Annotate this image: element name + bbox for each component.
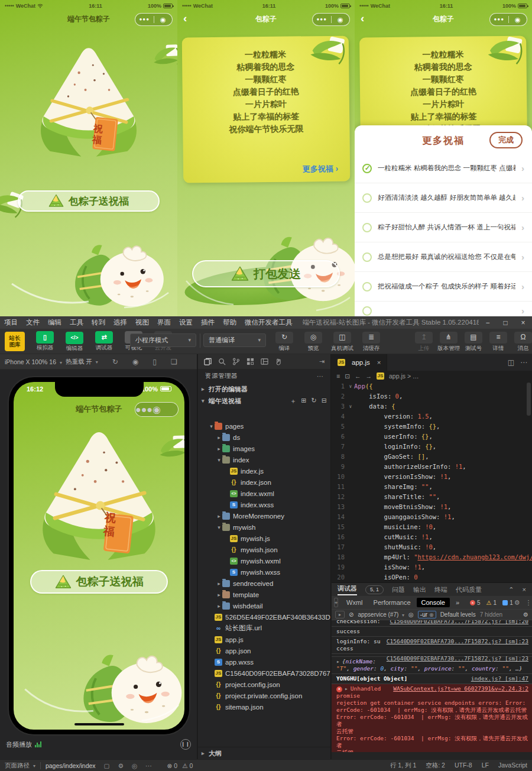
collapse-sidebar-icon[interactable]: ⇥ xyxy=(319,358,325,365)
hand-tool-icon[interactable] xyxy=(275,358,283,365)
blessing-item[interactable]: › xyxy=(355,302,532,316)
code-line[interactable]: 2 isIos: 0, xyxy=(332,391,532,401)
tree-item[interactable]: Smywish.wxss xyxy=(198,566,330,578)
tree-item[interactable]: {}project.config.json xyxy=(198,679,330,690)
multi-window-icon[interactable]: ❏ xyxy=(171,358,177,366)
unchecked-circle-icon[interactable] xyxy=(362,306,372,316)
close-button[interactable]: × xyxy=(514,319,532,327)
code-line[interactable]: 5 systemInfo: {}, xyxy=(332,422,532,432)
code-line[interactable]: 19 isShow: !1, xyxy=(332,562,532,572)
fold-icon[interactable]: ∨ xyxy=(347,401,354,412)
info-count-icon[interactable] xyxy=(502,600,508,605)
layout-icon[interactable] xyxy=(261,358,268,365)
devtools-tab-Wxml[interactable]: Wxml xyxy=(342,598,368,607)
watch-icon[interactable]: ◎ xyxy=(132,762,137,769)
menu-文件[interactable]: 文件 xyxy=(22,318,44,327)
tree-item[interactable]: Sindex.wxss xyxy=(198,499,330,510)
project-section[interactable]: ▾ 端午送祝福 ＋ ⊞ ↻ ⊟ xyxy=(198,395,330,407)
wechat-capsule[interactable]: ●●●◉ xyxy=(135,402,179,417)
wrap-zongzi-button[interactable]: 包粽子送祝福 xyxy=(18,190,160,212)
tree-item[interactable]: ▸sendreceived xyxy=(198,578,330,589)
code-line[interactable]: 10 versionIsShow: !1, xyxy=(332,472,532,482)
tree-item[interactable]: ▸MoreMoremoney xyxy=(198,510,330,521)
search-icon[interactable] xyxy=(218,358,226,365)
code-line[interactable]: 17 shutMusic: !0, xyxy=(332,542,532,552)
menu-帮助[interactable]: 帮助 xyxy=(219,318,241,327)
status-item[interactable]: 空格: 2 xyxy=(426,762,445,770)
debugger-tab-终端[interactable]: 终端 xyxy=(434,585,447,594)
toolbar-调试器[interactable]: ⇄调试器 xyxy=(90,331,118,352)
editor-scrollbar[interactable] xyxy=(527,383,531,416)
blessing-item[interactable]: 一粒粒糯米 粘稠着我的思念 一颗颗红枣 点缀着...› xyxy=(355,154,532,183)
files-icon[interactable] xyxy=(204,358,212,365)
tree-item[interactable]: JSindex.js xyxy=(198,465,330,477)
split-editor-icon[interactable]: ◫ xyxy=(508,358,514,367)
unchecked-circle-icon[interactable] xyxy=(362,282,372,291)
refresh-explorer-icon[interactable]: ↻ xyxy=(312,397,317,406)
tree-item[interactable]: ▾pages xyxy=(198,420,330,432)
maximize-button[interactable]: □ xyxy=(497,319,514,327)
tree-item[interactable]: {}app.json xyxy=(198,645,330,656)
clear-filter-icon[interactable]: ⊗ xyxy=(429,612,434,618)
menu-微信开发者工具[interactable]: 微信开发者工具 xyxy=(241,318,297,327)
tree-item[interactable]: ∞站长图库.url xyxy=(198,623,330,634)
console-entry[interactable]: success xyxy=(332,627,532,637)
more-blessings-link[interactable]: 更多祝福 › xyxy=(303,164,338,175)
panel-collapse-icon[interactable]: ⌃ xyxy=(508,586,514,594)
compile-select[interactable]: 普通编译▾ xyxy=(203,333,266,347)
toolbar-详情[interactable]: ≡详情 xyxy=(485,331,512,352)
collapse-folders-icon[interactable]: ⊟ xyxy=(322,397,327,406)
devtools-tab-Console[interactable]: Console xyxy=(417,598,450,607)
toolbar-消息[interactable]: Ω消息 xyxy=(510,331,532,352)
nav-forward-icon[interactable]: → xyxy=(365,372,372,380)
warning-counter[interactable]: ⚠ 0 xyxy=(182,762,193,769)
inspect-icon[interactable]: ⌖ xyxy=(334,598,338,607)
console-entry[interactable]: WASubContext.js?t=we_66027391&v=2.24.3:2… xyxy=(332,684,532,752)
code-line[interactable]: 3∨ data: { xyxy=(332,401,532,412)
more-menu-icon[interactable]: ●●● xyxy=(490,14,508,25)
close-tab-icon[interactable]: × xyxy=(377,359,381,366)
menu-选择[interactable]: 选择 xyxy=(109,318,131,327)
tree-item[interactable]: ▸ds xyxy=(198,432,330,443)
menu-插件[interactable]: 插件 xyxy=(197,318,219,327)
tree-item[interactable]: JSapp.js xyxy=(198,634,330,645)
code-line[interactable]: 6 userInfo: {}, xyxy=(332,432,532,442)
code-line[interactable]: 8 gGaoSet: [], xyxy=(332,452,532,462)
menu-项目[interactable]: 项目 xyxy=(0,318,22,327)
close-minibar-icon[interactable]: ◉ xyxy=(332,14,350,25)
toolbar-编辑器[interactable]: </>编辑器 xyxy=(60,331,89,352)
miniprogram-screen[interactable]: 16:12 100% 端午节包粽子 ●●●◉ 祝福 xyxy=(14,382,184,730)
code-line[interactable]: 15 musicLine: !0, xyxy=(332,522,532,532)
code-line[interactable]: 7 loginInfo: {}, xyxy=(332,442,532,452)
source-link[interactable]: index.js? [sm]:47 xyxy=(471,675,528,682)
menu-界面[interactable]: 界面 xyxy=(153,318,175,327)
source-link[interactable]: C15640D09F02EBAFA730...7F15872.js? [sm]:… xyxy=(387,638,528,645)
console-entry[interactable]: C15640D09F02EBAFA73...7F15872.js? [sm]:2… xyxy=(332,620,532,627)
done-button[interactable]: 完成 xyxy=(489,132,523,148)
code-line[interactable]: 4 version: 1.5, xyxy=(332,412,532,422)
mode-select[interactable]: 小程序模式▾ xyxy=(130,333,196,347)
panel-close-icon[interactable]: × xyxy=(523,586,526,594)
outline-section[interactable]: ▸ 大纲 xyxy=(198,747,330,759)
tree-item[interactable]: JSmywish.js xyxy=(198,533,330,544)
source-control-icon[interactable] xyxy=(232,358,240,365)
explorer-more-icon[interactable]: ⋯ xyxy=(317,372,323,380)
tree-item[interactable]: <>mywish.wxml xyxy=(198,555,330,566)
menu-工具[interactable]: 工具 xyxy=(66,318,87,327)
tree-item[interactable]: JSC15640D09F02EBAFA73028D767F15872.js xyxy=(198,668,330,679)
blessing-item[interactable]: 总是想把最好 最真诚的祝福送给您 不仅是在每...› xyxy=(355,242,532,272)
error-count-icon[interactable]: × xyxy=(470,600,475,605)
unchecked-circle-icon[interactable] xyxy=(362,223,372,232)
toolbar-真机调试[interactable]: ◫真机调试 xyxy=(329,331,356,352)
expand-arrow-icon[interactable]: ▸ xyxy=(345,685,348,692)
status-item[interactable]: UTF-8 xyxy=(455,762,472,770)
devtools-kebab-icon[interactable]: ⋮ xyxy=(525,599,532,607)
warning-count-icon[interactable]: ⚠ xyxy=(486,600,492,606)
outline-icon[interactable]: ≡ xyxy=(336,372,340,380)
tree-item[interactable]: Sapp.wxss xyxy=(198,656,330,668)
tree-item[interactable]: ▸wishdetail xyxy=(198,600,330,611)
wechat-capsule[interactable]: ●●●◉ xyxy=(312,13,350,26)
toolbar-清缓存[interactable]: ≣清缓存 xyxy=(358,331,385,352)
expand-arrow-icon[interactable]: ▸ xyxy=(336,658,340,665)
blessing-item[interactable]: 把祝福做成一个粽子 包成快乐的样子 顺着好运...› xyxy=(355,272,532,302)
